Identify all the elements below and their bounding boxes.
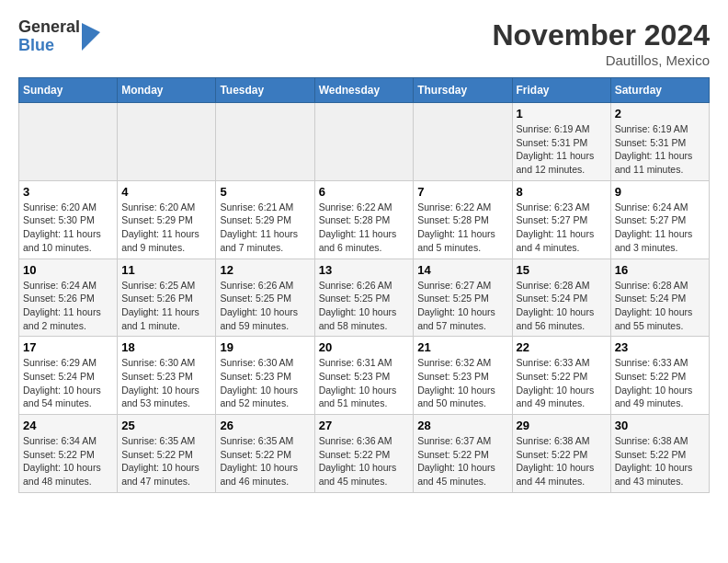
- day-number: 6: [319, 185, 410, 199]
- day-info: Sunrise: 6:31 AM Sunset: 5:23 PM Dayligh…: [319, 356, 410, 410]
- week-row-1: 1Sunrise: 6:19 AM Sunset: 5:31 PM Daylig…: [19, 103, 710, 181]
- day-number: 1: [517, 107, 607, 121]
- day-number: 30: [615, 419, 705, 432]
- day-number: 27: [319, 419, 410, 432]
- day-info: Sunrise: 6:26 AM Sunset: 5:25 PM Dayligh…: [319, 279, 410, 333]
- logo-text: General Blue: [18, 18, 80, 55]
- svg-marker-0: [82, 23, 100, 51]
- day-number: 18: [121, 340, 211, 354]
- day-cell: 23Sunrise: 6:33 AM Sunset: 5:22 PM Dayli…: [610, 337, 709, 415]
- day-number: 21: [417, 340, 507, 354]
- day-number: 10: [23, 263, 113, 277]
- day-info: Sunrise: 6:20 AM Sunset: 5:29 PM Dayligh…: [121, 201, 211, 255]
- day-number: 15: [517, 263, 607, 277]
- day-number: 8: [517, 185, 607, 199]
- day-cell: 11Sunrise: 6:25 AM Sunset: 5:26 PM Dayli…: [118, 259, 216, 337]
- day-cell: [118, 103, 216, 181]
- day-cell: 12Sunrise: 6:26 AM Sunset: 5:25 PM Dayli…: [216, 259, 314, 337]
- location: Dautillos, Mexico: [492, 52, 710, 68]
- week-row-5: 24Sunrise: 6:34 AM Sunset: 5:22 PM Dayli…: [19, 415, 710, 493]
- day-number: 3: [23, 185, 113, 199]
- day-number: 14: [417, 263, 507, 277]
- day-cell: [19, 103, 118, 181]
- day-number: 17: [23, 340, 113, 354]
- day-info: Sunrise: 6:27 AM Sunset: 5:25 PM Dayligh…: [417, 279, 507, 333]
- day-info: Sunrise: 6:20 AM Sunset: 5:30 PM Dayligh…: [23, 201, 113, 255]
- day-info: Sunrise: 6:28 AM Sunset: 5:24 PM Dayligh…: [517, 279, 607, 333]
- day-number: 25: [121, 419, 211, 432]
- weekday-header-thursday: Thursday: [414, 78, 512, 103]
- day-info: Sunrise: 6:35 AM Sunset: 5:22 PM Dayligh…: [220, 434, 310, 488]
- day-cell: 13Sunrise: 6:26 AM Sunset: 5:25 PM Dayli…: [314, 259, 414, 337]
- day-number: 4: [121, 185, 211, 199]
- day-number: 16: [615, 263, 705, 277]
- day-info: Sunrise: 6:37 AM Sunset: 5:22 PM Dayligh…: [417, 434, 507, 488]
- logo-blue: Blue: [18, 37, 80, 55]
- day-number: 19: [220, 340, 310, 354]
- day-info: Sunrise: 6:22 AM Sunset: 5:28 PM Dayligh…: [417, 201, 507, 255]
- day-info: Sunrise: 6:38 AM Sunset: 5:22 PM Dayligh…: [615, 434, 705, 488]
- calendar: SundayMondayTuesdayWednesdayThursdayFrid…: [18, 77, 710, 493]
- day-number: 26: [220, 419, 310, 432]
- weekday-header-row: SundayMondayTuesdayWednesdayThursdayFrid…: [19, 78, 710, 103]
- day-info: Sunrise: 6:21 AM Sunset: 5:29 PM Dayligh…: [220, 201, 310, 255]
- day-info: Sunrise: 6:26 AM Sunset: 5:25 PM Dayligh…: [220, 279, 310, 333]
- day-info: Sunrise: 6:34 AM Sunset: 5:22 PM Dayligh…: [23, 434, 113, 488]
- day-info: Sunrise: 6:33 AM Sunset: 5:22 PM Dayligh…: [615, 356, 705, 410]
- day-cell: 14Sunrise: 6:27 AM Sunset: 5:25 PM Dayli…: [414, 259, 512, 337]
- day-info: Sunrise: 6:24 AM Sunset: 5:27 PM Dayligh…: [615, 201, 705, 255]
- day-number: 7: [417, 185, 507, 199]
- week-row-4: 17Sunrise: 6:29 AM Sunset: 5:24 PM Dayli…: [19, 337, 710, 415]
- day-cell: 22Sunrise: 6:33 AM Sunset: 5:22 PM Dayli…: [512, 337, 610, 415]
- day-cell: 6Sunrise: 6:22 AM Sunset: 5:28 PM Daylig…: [314, 180, 414, 259]
- day-number: 24: [23, 419, 113, 432]
- day-info: Sunrise: 6:33 AM Sunset: 5:22 PM Dayligh…: [517, 356, 607, 410]
- day-number: 28: [417, 419, 507, 432]
- day-info: Sunrise: 6:25 AM Sunset: 5:26 PM Dayligh…: [121, 279, 211, 333]
- weekday-header-saturday: Saturday: [610, 78, 709, 103]
- day-cell: 5Sunrise: 6:21 AM Sunset: 5:29 PM Daylig…: [216, 180, 314, 259]
- day-cell: 15Sunrise: 6:28 AM Sunset: 5:24 PM Dayli…: [512, 259, 610, 337]
- day-cell: [314, 103, 414, 181]
- page-header: General Blue November 2024 Dautillos, Me…: [18, 18, 710, 68]
- day-number: 23: [615, 340, 705, 354]
- day-info: Sunrise: 6:28 AM Sunset: 5:24 PM Dayligh…: [615, 279, 705, 333]
- logo-icon: [82, 23, 100, 51]
- day-cell: 30Sunrise: 6:38 AM Sunset: 5:22 PM Dayli…: [610, 415, 709, 493]
- day-info: Sunrise: 6:22 AM Sunset: 5:28 PM Dayligh…: [319, 201, 410, 255]
- day-cell: 19Sunrise: 6:30 AM Sunset: 5:23 PM Dayli…: [216, 337, 314, 415]
- day-cell: 29Sunrise: 6:38 AM Sunset: 5:22 PM Dayli…: [512, 415, 610, 493]
- day-cell: [414, 103, 512, 181]
- day-cell: 25Sunrise: 6:35 AM Sunset: 5:22 PM Dayli…: [118, 415, 216, 493]
- logo: General Blue: [18, 18, 100, 55]
- day-info: Sunrise: 6:30 AM Sunset: 5:23 PM Dayligh…: [220, 356, 310, 410]
- day-cell: 2Sunrise: 6:19 AM Sunset: 5:31 PM Daylig…: [610, 103, 709, 181]
- day-cell: 18Sunrise: 6:30 AM Sunset: 5:23 PM Dayli…: [118, 337, 216, 415]
- day-number: 9: [615, 185, 705, 199]
- week-row-2: 3Sunrise: 6:20 AM Sunset: 5:30 PM Daylig…: [19, 180, 710, 259]
- day-cell: 26Sunrise: 6:35 AM Sunset: 5:22 PM Dayli…: [216, 415, 314, 493]
- day-number: 20: [319, 340, 410, 354]
- weekday-header-tuesday: Tuesday: [216, 78, 314, 103]
- weekday-header-friday: Friday: [512, 78, 610, 103]
- day-cell: 27Sunrise: 6:36 AM Sunset: 5:22 PM Dayli…: [314, 415, 414, 493]
- day-cell: 28Sunrise: 6:37 AM Sunset: 5:22 PM Dayli…: [414, 415, 512, 493]
- weekday-header-wednesday: Wednesday: [314, 78, 414, 103]
- day-cell: 9Sunrise: 6:24 AM Sunset: 5:27 PM Daylig…: [610, 180, 709, 259]
- day-cell: 20Sunrise: 6:31 AM Sunset: 5:23 PM Dayli…: [314, 337, 414, 415]
- day-cell: 16Sunrise: 6:28 AM Sunset: 5:24 PM Dayli…: [610, 259, 709, 337]
- day-number: 29: [517, 419, 607, 432]
- day-info: Sunrise: 6:23 AM Sunset: 5:27 PM Dayligh…: [517, 201, 607, 255]
- day-number: 22: [517, 340, 607, 354]
- day-info: Sunrise: 6:30 AM Sunset: 5:23 PM Dayligh…: [121, 356, 211, 410]
- day-number: 12: [220, 263, 310, 277]
- day-info: Sunrise: 6:38 AM Sunset: 5:22 PM Dayligh…: [517, 434, 607, 488]
- day-number: 11: [121, 263, 211, 277]
- day-cell: 10Sunrise: 6:24 AM Sunset: 5:26 PM Dayli…: [19, 259, 118, 337]
- day-cell: 17Sunrise: 6:29 AM Sunset: 5:24 PM Dayli…: [19, 337, 118, 415]
- day-cell: 24Sunrise: 6:34 AM Sunset: 5:22 PM Dayli…: [19, 415, 118, 493]
- title-block: November 2024 Dautillos, Mexico: [492, 18, 710, 68]
- day-info: Sunrise: 6:36 AM Sunset: 5:22 PM Dayligh…: [319, 434, 410, 488]
- day-cell: [216, 103, 314, 181]
- day-cell: 8Sunrise: 6:23 AM Sunset: 5:27 PM Daylig…: [512, 180, 610, 259]
